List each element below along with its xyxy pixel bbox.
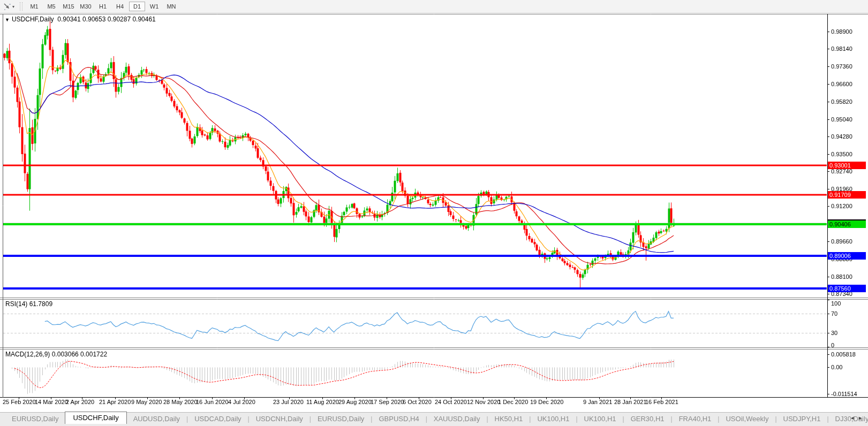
toolbar-grip xyxy=(20,2,22,11)
tab-scroll-left-icon: ◄ xyxy=(850,415,858,421)
tab-uk100-h1[interactable]: UK100,H1 xyxy=(531,413,576,424)
tab-audusd-daily[interactable]: AUDUSD,Daily xyxy=(127,413,186,424)
tab-scroll-arrows[interactable]: ◄► xyxy=(850,415,866,421)
timeframe-button-M15[interactable]: M15 xyxy=(61,2,77,11)
timeframe-button-MN[interactable]: MN xyxy=(163,2,179,11)
tab-eurusd-daily[interactable]: EURUSD,Daily xyxy=(5,413,65,424)
chart-menu-caret[interactable]: ▼ xyxy=(5,17,10,22)
timeframe-button-H1[interactable]: H1 xyxy=(95,2,111,11)
tab-fra40-h1[interactable]: FRA40,H1 xyxy=(673,413,718,424)
timeframe-button-H4[interactable]: H4 xyxy=(112,2,128,11)
chart-tabs: EURUSD,DailyUSDCHF,DailyAUDUSD,Daily|USD… xyxy=(5,413,868,424)
tab-usdcad-daily[interactable]: USDCAD,Daily xyxy=(188,413,247,424)
timeframe-button-W1[interactable]: W1 xyxy=(146,2,162,11)
chart-canvas[interactable] xyxy=(0,0,868,426)
trading-app-window: ▾ M1M5M15M30H1H4D1W1MN ▼USDCHF,Daily 0.9… xyxy=(0,0,868,426)
macd-label: MACD(12,26,9) 0.003066 0.001722 xyxy=(5,351,107,358)
tab-usdjpy-h1[interactable]: USDJPY,H1 xyxy=(777,413,827,424)
timeframe-button-M1[interactable]: M1 xyxy=(26,2,42,11)
timeframe-button-M5[interactable]: M5 xyxy=(43,2,59,11)
tab-uk100-h1[interactable]: UK100,H1 xyxy=(578,413,623,424)
chart-symbol-period: USDCHF,Daily xyxy=(12,16,54,23)
tab-eurusd-daily[interactable]: EURUSD,Daily xyxy=(311,413,371,424)
tab-xauusd-daily[interactable]: XAUUSD,Daily xyxy=(427,413,487,424)
tab-usdchf-daily[interactable]: USDCHF,Daily xyxy=(65,412,126,424)
timeframe-buttons: M1M5M15M30H1H4D1W1MN xyxy=(26,0,180,13)
tab-usoil-weekly[interactable]: USOil,Weekly xyxy=(719,413,775,424)
tab-hk50-h1[interactable]: HK50,H1 xyxy=(488,413,530,424)
tab-scroll-right-icon: ► xyxy=(858,415,866,421)
chart-tab-bar: EURUSD,DailyUSDCHF,DailyAUDUSD,Daily|USD… xyxy=(0,412,868,426)
tool-dropdown-caret[interactable]: ▾ xyxy=(12,4,14,9)
chart-ohlc-values: 0.90341 0.90653 0.90287 0.90461 xyxy=(57,16,156,23)
timeframe-toolbar: ▾ M1M5M15M30H1H4D1W1MN xyxy=(0,0,868,13)
timeframe-button-M30[interactable]: M30 xyxy=(78,2,94,11)
tab-gbpusd-h4[interactable]: GBPUSD,H4 xyxy=(372,413,425,424)
timeframe-button-D1[interactable]: D1 xyxy=(129,2,145,11)
rsi-label: RSI(14) 61.7809 xyxy=(5,300,52,308)
crosshair-tool-icon[interactable] xyxy=(2,2,12,11)
tab-ger30-h1[interactable]: GER30,H1 xyxy=(624,413,671,424)
chart-title: ▼USDCHF,Daily 0.90341 0.90653 0.90287 0.… xyxy=(5,16,156,23)
tab-usdcnh-daily[interactable]: USDCNH,Daily xyxy=(250,413,310,424)
